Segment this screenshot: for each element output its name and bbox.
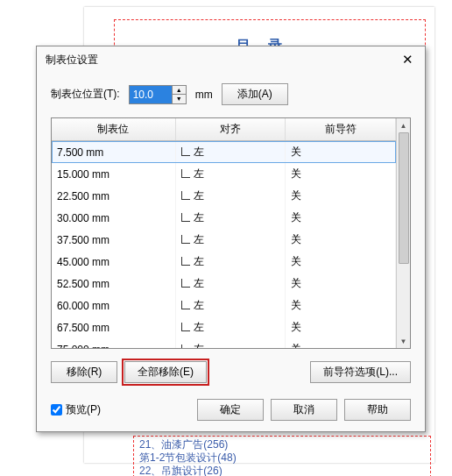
cell-align: 左 xyxy=(175,163,286,185)
table-row[interactable]: 67.500 mm左关 xyxy=(52,316,396,338)
scroll-down-icon[interactable]: ▼ xyxy=(397,334,410,348)
table-row[interactable]: 15.000 mm左关 xyxy=(52,163,396,185)
cell-align: 左 xyxy=(175,316,286,338)
cell-align: 左 xyxy=(175,273,286,295)
cell-leader: 关 xyxy=(286,251,396,273)
scroll-thumb[interactable] xyxy=(399,132,409,264)
cell-leader: 关 xyxy=(286,295,396,316)
tabs-table: 制表位 对齐 前导符 7.500 mm左关15.000 mm左关22.500 m… xyxy=(52,118,396,348)
table-row[interactable]: 75.000 mm左关 xyxy=(52,338,396,348)
cell-position: 7.500 mm xyxy=(52,141,175,164)
cell-leader: 关 xyxy=(286,273,396,295)
cell-leader: 关 xyxy=(286,338,396,348)
bg-line: 22、吊旗设计(26) xyxy=(139,465,425,476)
bg-line: 21、油漆广告(256) xyxy=(139,438,425,451)
table-row[interactable]: 7.500 mm左关 xyxy=(52,141,396,164)
position-spinner[interactable]: ▲ ▼ xyxy=(129,85,187,104)
cell-leader: 关 xyxy=(286,141,396,164)
spacer xyxy=(214,361,303,383)
table-row[interactable]: 30.000 mm左关 xyxy=(52,207,396,229)
cell-align: 左 xyxy=(175,295,286,316)
cell-position: 37.500 mm xyxy=(52,229,175,251)
preview-checkbox-wrap[interactable]: 预览(P) xyxy=(51,402,101,417)
ok-button[interactable]: 确定 xyxy=(197,399,264,421)
cell-leader: 关 xyxy=(286,185,396,207)
spin-up-icon[interactable]: ▲ xyxy=(173,86,186,96)
cell-align: 左 xyxy=(175,185,286,207)
cell-leader: 关 xyxy=(286,229,396,251)
table-row[interactable]: 52.500 mm左关 xyxy=(52,273,396,295)
cell-align: 左 xyxy=(175,338,286,348)
cell-align: 左 xyxy=(175,207,286,229)
unit-label: mm xyxy=(195,89,213,101)
align-left-icon xyxy=(181,323,190,331)
dialog-title: 制表位设置 xyxy=(46,53,98,67)
cell-align: 左 xyxy=(175,141,286,164)
th-align[interactable]: 对齐 xyxy=(175,118,286,141)
table-header-row: 制表位 对齐 前导符 xyxy=(52,118,396,141)
cell-position: 15.000 mm xyxy=(52,163,175,185)
align-left-icon xyxy=(181,345,190,348)
close-icon[interactable]: ✕ xyxy=(397,52,418,67)
th-leader[interactable]: 前导符 xyxy=(286,118,396,141)
cell-leader: 关 xyxy=(286,163,396,185)
cell-leader: 关 xyxy=(286,207,396,229)
dialog-titlebar[interactable]: 制表位设置 ✕ xyxy=(37,46,425,73)
bottom-row: 预览(P) 确定 取消 帮助 xyxy=(51,399,411,421)
tabs-table-wrap: 制表位 对齐 前导符 7.500 mm左关15.000 mm左关22.500 m… xyxy=(51,117,411,349)
cell-position: 52.500 mm xyxy=(52,273,175,295)
action-row: 移除(R) 全部移除(E) 前导符选项(L)... xyxy=(51,361,411,383)
help-button[interactable]: 帮助 xyxy=(344,399,411,421)
align-left-icon xyxy=(181,147,190,156)
position-label: 制表位位置(T): xyxy=(51,87,120,102)
cell-position: 67.500 mm xyxy=(52,316,175,338)
remove-button[interactable]: 移除(R) xyxy=(51,361,117,383)
table-row[interactable]: 45.000 mm左关 xyxy=(52,251,396,273)
align-left-icon xyxy=(181,279,190,288)
cell-align: 左 xyxy=(175,229,286,251)
remove-all-button[interactable]: 全部移除(E) xyxy=(124,361,207,383)
position-row: 制表位位置(T): ▲ ▼ mm 添加(A) xyxy=(51,83,411,105)
align-left-icon xyxy=(181,213,190,222)
tabs-table-scroll[interactable]: 制表位 对齐 前导符 7.500 mm左关15.000 mm左关22.500 m… xyxy=(52,118,396,348)
spin-down-icon[interactable]: ▼ xyxy=(173,95,186,103)
bg-line: 第1-2节包装设计(48) xyxy=(139,451,425,465)
align-left-icon xyxy=(181,191,190,200)
add-button[interactable]: 添加(A) xyxy=(222,83,288,105)
cell-position: 22.500 mm xyxy=(52,185,175,207)
dialog-content: 制表位位置(T): ▲ ▼ mm 添加(A) 制表位 对齐 xyxy=(37,73,425,431)
preview-label: 预览(P) xyxy=(66,402,101,417)
align-left-icon xyxy=(181,301,190,309)
align-left-icon xyxy=(181,169,190,178)
bg-toc-lines: 21、油漆广告(256) 第1-2节包装设计(48) 22、吊旗设计(26) xyxy=(133,436,431,476)
scroll-up-icon[interactable]: ▲ xyxy=(397,118,410,132)
preview-checkbox[interactable] xyxy=(51,404,62,416)
table-row[interactable]: 60.000 mm左关 xyxy=(52,295,396,316)
cell-position: 75.000 mm xyxy=(52,338,175,348)
cell-position: 30.000 mm xyxy=(52,207,175,229)
cell-position: 60.000 mm xyxy=(52,295,175,316)
cell-leader: 关 xyxy=(286,316,396,338)
tabs-table-body: 7.500 mm左关15.000 mm左关22.500 mm左关30.000 m… xyxy=(52,141,396,349)
vertical-scrollbar[interactable]: ▲ ▼ xyxy=(396,118,410,348)
align-left-icon xyxy=(181,235,190,244)
align-left-icon xyxy=(181,257,190,266)
cancel-button[interactable]: 取消 xyxy=(271,399,337,421)
position-input[interactable] xyxy=(130,86,172,103)
cell-position: 45.000 mm xyxy=(52,251,175,273)
spinner-arrows: ▲ ▼ xyxy=(172,86,186,103)
table-row[interactable]: 22.500 mm左关 xyxy=(52,185,396,207)
table-row[interactable]: 37.500 mm左关 xyxy=(52,229,396,251)
cell-align: 左 xyxy=(175,251,286,273)
th-position[interactable]: 制表位 xyxy=(52,118,175,141)
leader-options-button[interactable]: 前导符选项(L)... xyxy=(310,361,411,383)
tab-settings-dialog: 制表位设置 ✕ 制表位位置(T): ▲ ▼ mm 添加(A) xyxy=(36,46,426,432)
